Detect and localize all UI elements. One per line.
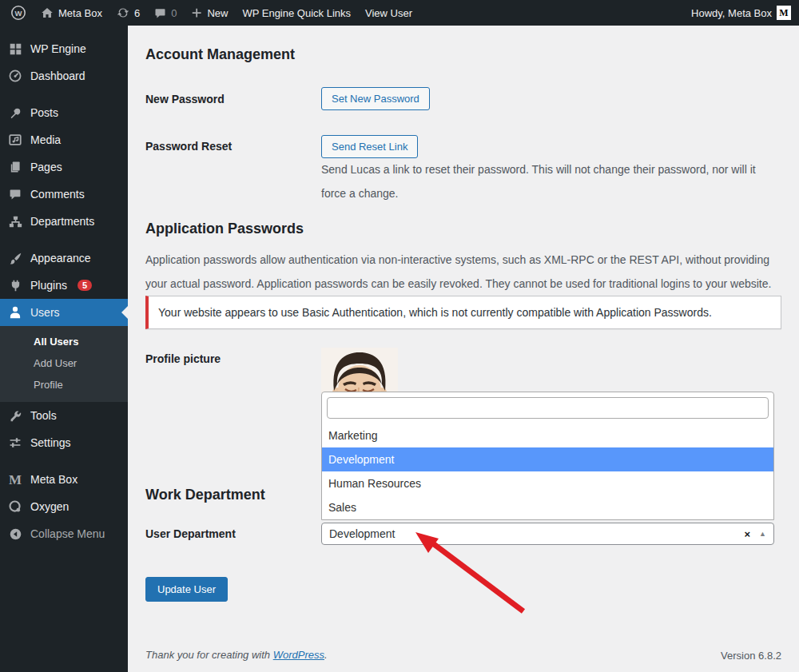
work-department-heading: Work Department	[145, 487, 265, 503]
sidebar-item-wp-engine[interactable]: WP Engine	[0, 35, 128, 62]
sidebar-item-label: Appearance	[30, 252, 91, 264]
sidebar-item-posts[interactable]: Posts	[0, 99, 128, 126]
submenu-item-add-user[interactable]: Add User	[0, 352, 128, 374]
sidebar-item-departments[interactable]: Departments	[0, 208, 128, 235]
collapse-arrow-icon	[7, 526, 23, 542]
submenu-item-all-users[interactable]: All Users	[0, 331, 128, 352]
sidebar-item-label: WP Engine	[30, 42, 86, 55]
dropdown-option-marketing[interactable]: Marketing	[322, 423, 773, 447]
password-reset-description: Send Lucas a link to reset their passwor…	[321, 157, 767, 205]
clear-selection-icon[interactable]: ×	[744, 528, 750, 540]
admin-sidebar: WP Engine Dashboard Posts Media Pages Co…	[0, 26, 128, 672]
profile-picture-label: Profile picture	[145, 352, 221, 365]
sidebar-separator	[0, 456, 128, 466]
comments-menu[interactable]: 0	[147, 0, 184, 26]
updates-count: 6	[134, 7, 140, 19]
dropdown-option-human-resources[interactable]: Human Resources	[322, 471, 773, 495]
oxygen-q-icon	[7, 499, 23, 515]
plugins-update-badge: 5	[78, 280, 92, 291]
basic-auth-notice: Your website appears to use Basic Authen…	[145, 296, 781, 329]
avatar: M	[777, 6, 791, 20]
wrench-icon	[7, 408, 23, 423]
sidebar-item-label: Comments	[30, 188, 85, 201]
sidebar-item-label: Meta Box	[30, 473, 78, 486]
sidebar-item-label: Posts	[30, 106, 58, 119]
home-icon	[41, 6, 54, 19]
footer-version: Version 6.8.2	[721, 650, 781, 662]
sidebar-item-pages[interactable]: Pages	[0, 153, 128, 181]
sidebar-item-label: Pages	[30, 161, 62, 173]
notice-text: Your website appears to use Basic Authen…	[158, 306, 712, 319]
quick-links-label: WP Engine Quick Links	[242, 7, 351, 19]
user-department-select[interactable]: Development × ▲	[321, 523, 774, 545]
wp-engine-quick-links-menu[interactable]: WP Engine Quick Links	[235, 0, 358, 26]
sidebar-item-label: Collapse Menu	[30, 527, 105, 540]
pages-icon	[7, 159, 23, 175]
footer-thanks-prefix: Thank you for creating with	[145, 649, 273, 661]
sidebar-item-users[interactable]: Users	[0, 299, 128, 326]
sidebar-item-label: Tools	[30, 409, 57, 422]
sidebar-item-appearance[interactable]: Appearance	[0, 245, 128, 272]
submenu-item-profile[interactable]: Profile	[0, 374, 128, 396]
howdy-text: Howdy, Meta Box	[691, 7, 772, 19]
comments-count: 0	[171, 7, 177, 19]
my-account-menu[interactable]: Howdy, Meta Box M	[684, 0, 791, 26]
sidebar-item-label: Dashboard	[30, 70, 85, 82]
org-chart-icon	[7, 213, 23, 229]
sidebar-item-label: Departments	[30, 215, 94, 228]
footer-thanks: Thank you for creating with WordPress.	[145, 649, 328, 661]
sidebar-item-collapse-menu[interactable]: Collapse Menu	[0, 520, 128, 547]
view-user-label: View User	[365, 7, 412, 19]
sidebar-item-label: Oxygen	[30, 500, 69, 513]
admin-bar: W Meta Box 6 0 New WP Engine Quick Links…	[0, 0, 799, 26]
sidebar-item-label: Media	[30, 133, 61, 146]
send-reset-link-button[interactable]: Send Reset Link	[321, 135, 418, 158]
comment-icon	[7, 186, 23, 202]
sidebar-separator	[0, 235, 128, 245]
sidebar-item-comments[interactable]: Comments	[0, 181, 128, 208]
dropup-arrow-icon: ▲	[759, 530, 766, 538]
new-content-menu[interactable]: New	[184, 0, 235, 26]
dropdown-option-sales[interactable]: Sales	[322, 495, 773, 519]
sidebar-item-oxygen[interactable]: Oxygen	[0, 493, 128, 520]
media-icon	[7, 132, 23, 148]
department-search-input[interactable]	[327, 397, 769, 419]
account-management-heading: Account Management	[145, 46, 295, 63]
brush-icon	[7, 250, 23, 266]
sidebar-item-label: Settings	[30, 436, 71, 449]
plug-icon	[7, 277, 23, 293]
wp-logo-menu[interactable]: W	[3, 0, 34, 26]
wordpress-link[interactable]: WordPress	[273, 649, 324, 661]
meta-box-m-icon: M	[7, 471, 23, 487]
sliders-icon	[7, 435, 23, 451]
set-new-password-button[interactable]: Set New Password	[321, 87, 430, 110]
sidebar-item-meta-box[interactable]: M Meta Box	[0, 466, 128, 493]
site-menu[interactable]: Meta Box	[34, 0, 109, 26]
user-icon	[7, 304, 23, 320]
users-submenu: All Users Add User Profile	[0, 326, 128, 402]
sidebar-item-label: Users	[30, 306, 60, 319]
dropdown-option-development[interactable]: Development	[322, 447, 773, 471]
plus-icon	[191, 7, 202, 18]
application-passwords-heading: Application Passwords	[145, 221, 304, 237]
application-passwords-description: Application passwords allow authenticati…	[145, 248, 785, 296]
svg-text:W: W	[15, 9, 22, 18]
new-password-label: New Password	[145, 93, 225, 105]
sidebar-item-label: Plugins	[30, 279, 67, 292]
updates-menu[interactable]: 6	[109, 0, 147, 26]
view-user-menu[interactable]: View User	[358, 0, 419, 26]
wordpress-logo-icon: W	[10, 5, 26, 21]
site-name: Meta Box	[58, 7, 102, 19]
sidebar-item-tools[interactable]: Tools	[0, 402, 128, 429]
selected-department-value: Development	[329, 527, 396, 540]
sidebar-item-media[interactable]: Media	[0, 126, 128, 153]
update-user-button[interactable]: Update User	[145, 577, 228, 602]
footer-thanks-suffix: .	[324, 649, 328, 661]
dashboard-icon	[7, 68, 23, 84]
sidebar-item-plugins[interactable]: Plugins 5	[0, 272, 128, 299]
user-department-label: User Department	[145, 527, 236, 540]
sidebar-item-dashboard[interactable]: Dashboard	[0, 62, 128, 89]
sidebar-item-settings[interactable]: Settings	[0, 429, 128, 456]
grid-icon	[7, 41, 23, 57]
updates-icon	[117, 6, 129, 19]
